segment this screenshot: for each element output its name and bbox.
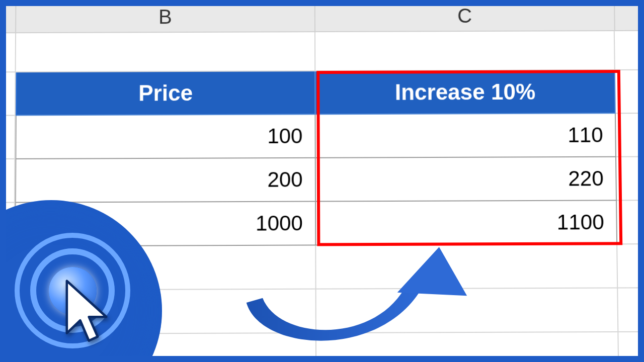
cell-C-blank[interactable]	[315, 31, 615, 71]
cell-C-blank[interactable]	[316, 332, 619, 356]
cursor-icon	[60, 278, 120, 353]
row-gutter	[6, 159, 15, 203]
column-header-B[interactable]: B	[16, 6, 315, 33]
cell-D[interactable]	[615, 70, 638, 114]
row-gutter	[6, 116, 16, 159]
cell-C-blank[interactable]	[316, 289, 619, 334]
table-row: 100 110	[6, 114, 638, 159]
table-row: 200 220	[6, 157, 638, 203]
grid-row-blank-top	[6, 31, 638, 73]
cell-D[interactable]	[616, 157, 638, 201]
table-header-price[interactable]: Price	[16, 71, 316, 116]
cell-D-blank[interactable]	[615, 31, 638, 70]
cell-D[interactable]	[616, 114, 638, 157]
cell-D-blank[interactable]	[618, 288, 638, 332]
cell-D-blank[interactable]	[617, 244, 638, 288]
column-header-D[interactable]	[615, 6, 638, 31]
column-header-C[interactable]: C	[315, 6, 615, 32]
spreadsheet-viewport: B C Price Increase 10% 100	[6, 6, 638, 356]
target-icon	[15, 233, 130, 348]
cell-price-2[interactable]: 200	[15, 158, 316, 203]
table-header-increase[interactable]: Increase 10%	[315, 70, 616, 115]
cell-C-blank[interactable]	[316, 244, 618, 289]
cell-increase-1[interactable]: 110	[315, 114, 616, 158]
column-header-row: B C	[6, 6, 638, 33]
cell-increase-2[interactable]: 220	[316, 157, 617, 202]
cell-price-1[interactable]: 100	[15, 115, 316, 159]
cell-D-blank[interactable]	[619, 332, 638, 356]
cell-increase-3[interactable]: 1100	[316, 201, 617, 245]
row-gutter	[6, 33, 16, 72]
row-gutter	[6, 72, 16, 116]
table-header-row: Price Increase 10%	[6, 70, 638, 116]
cell-D[interactable]	[617, 201, 638, 244]
cell-B-blank[interactable]	[16, 32, 315, 72]
corner-gutter	[6, 6, 16, 33]
